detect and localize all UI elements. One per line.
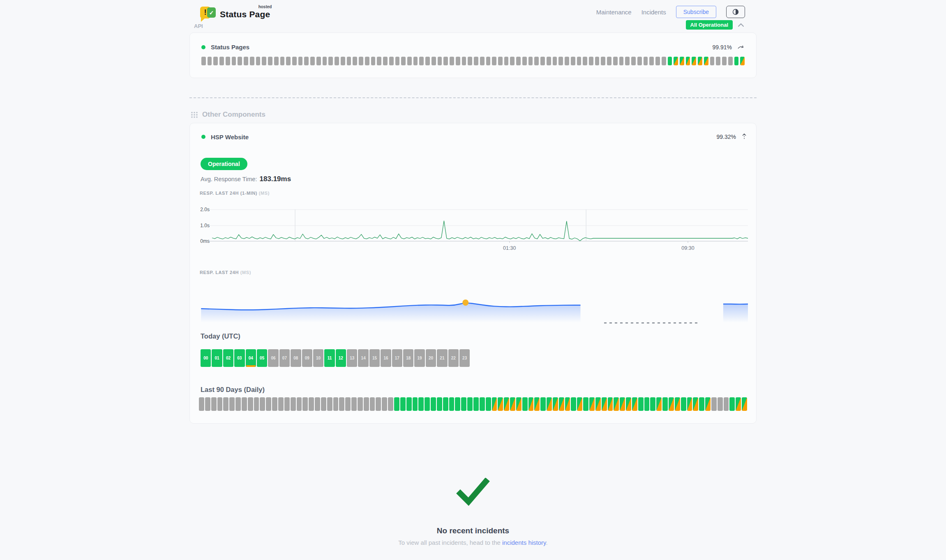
uptime-bar[interactable] — [219, 57, 224, 65]
uptime-bar[interactable] — [492, 57, 496, 65]
uptime-bar[interactable] — [268, 57, 272, 65]
hour-block[interactable]: 09 — [302, 349, 312, 367]
uptime-bar[interactable] — [316, 57, 321, 65]
uptime-bar[interactable] — [565, 57, 569, 65]
uptime-bar[interactable] — [698, 57, 702, 65]
uptime-bar[interactable] — [655, 57, 660, 65]
day-bar[interactable] — [516, 397, 521, 411]
day-bar[interactable] — [681, 397, 686, 411]
uptime-bar[interactable] — [419, 57, 424, 65]
hour-block[interactable]: 00 — [201, 349, 211, 367]
uptime-bar[interactable] — [571, 57, 575, 65]
uptime-bar[interactable] — [649, 57, 654, 65]
hour-block[interactable]: 11 — [324, 349, 335, 367]
day-bar[interactable] — [394, 397, 399, 411]
day-bar[interactable] — [669, 397, 674, 411]
day-bar[interactable] — [376, 397, 381, 411]
uptime-bar[interactable] — [431, 57, 436, 65]
day-bar[interactable] — [315, 397, 320, 411]
uptime-bar[interactable] — [704, 57, 708, 65]
hour-block[interactable]: 12 — [336, 349, 346, 367]
uptime-bar[interactable] — [534, 57, 539, 65]
day-bar[interactable] — [388, 397, 393, 411]
day-bar[interactable] — [418, 397, 424, 411]
uptime-bar[interactable] — [722, 57, 727, 65]
day-bar[interactable] — [339, 397, 344, 411]
day-bar[interactable] — [553, 397, 558, 411]
uptime-bar[interactable] — [692, 57, 696, 65]
uptime-bar[interactable] — [498, 57, 503, 65]
day-bar[interactable] — [504, 397, 509, 411]
day-bar[interactable] — [583, 397, 588, 411]
day-bar[interactable] — [644, 397, 650, 411]
hour-block[interactable]: 05 — [257, 349, 267, 367]
day-bar[interactable] — [278, 397, 284, 411]
uptime-bar[interactable] — [558, 57, 563, 65]
uptime-bar[interactable] — [589, 57, 593, 65]
day-bar[interactable] — [254, 397, 259, 411]
day-bar[interactable] — [729, 397, 735, 411]
day-bar[interactable] — [547, 397, 552, 411]
uptime-bar[interactable] — [637, 57, 642, 65]
subscribe-button[interactable]: Subscribe — [676, 6, 716, 18]
uptime-bar[interactable] — [547, 57, 551, 65]
day-bar[interactable] — [724, 397, 729, 411]
uptime-bar[interactable] — [619, 57, 624, 65]
uptime-bar[interactable] — [522, 57, 527, 65]
uptime-bar[interactable] — [468, 57, 472, 65]
uptime-bar[interactable] — [292, 57, 297, 65]
day-bar[interactable] — [467, 397, 473, 411]
hour-block[interactable]: 17 — [392, 349, 402, 367]
day-bar[interactable] — [736, 397, 741, 411]
day-bar[interactable] — [358, 397, 363, 411]
uptime-bar[interactable] — [516, 57, 521, 65]
uptime-bar[interactable] — [438, 57, 442, 65]
refresh-icon[interactable] — [737, 44, 745, 51]
uptime-bar[interactable] — [256, 57, 261, 65]
component-name[interactable]: HSP Website — [211, 134, 249, 141]
hour-block[interactable]: 07 — [279, 349, 290, 367]
day-bar[interactable] — [413, 397, 418, 411]
day-bar[interactable] — [510, 397, 515, 411]
day-bar[interactable] — [486, 397, 491, 411]
day-bar[interactable] — [406, 397, 412, 411]
hour-block[interactable]: 19 — [414, 349, 425, 367]
hour-block[interactable]: 21 — [437, 349, 447, 367]
uptime-bar[interactable] — [201, 57, 206, 65]
day-bar[interactable] — [656, 397, 662, 411]
hour-block[interactable]: 10 — [313, 349, 323, 367]
day-bar[interactable] — [742, 397, 747, 411]
nav-incidents[interactable]: Incidents — [641, 9, 666, 16]
day-bar[interactable] — [364, 397, 369, 411]
day-bar[interactable] — [229, 397, 235, 411]
day-bar[interactable] — [461, 397, 466, 411]
day-bar[interactable] — [711, 397, 717, 411]
uptime-bar[interactable] — [716, 57, 720, 65]
day-bar[interactable] — [302, 397, 308, 411]
uptime-bar[interactable] — [462, 57, 466, 65]
day-bar[interactable] — [693, 397, 698, 411]
uptime-bar[interactable] — [607, 57, 611, 65]
uptime-bar[interactable] — [425, 57, 430, 65]
uptime-bar[interactable] — [407, 57, 412, 65]
uptime-bar[interactable] — [310, 57, 315, 65]
uptime-bar[interactable] — [443, 57, 448, 65]
hour-block[interactable]: 13 — [347, 349, 357, 367]
uptime-bar[interactable] — [510, 57, 515, 65]
uptime-bar[interactable] — [395, 57, 400, 65]
uptime-bar[interactable] — [613, 57, 618, 65]
day-bar[interactable] — [540, 397, 546, 411]
uptime-bar[interactable] — [540, 57, 545, 65]
hour-block[interactable]: 16 — [381, 349, 391, 367]
uptime-bar[interactable] — [323, 57, 327, 65]
hour-block[interactable]: 04 — [246, 349, 256, 367]
uptime-bar[interactable] — [728, 57, 733, 65]
hour-block[interactable]: 22 — [448, 349, 459, 367]
uptime-bar[interactable] — [710, 57, 715, 65]
uptime-bar[interactable] — [480, 57, 485, 65]
uptime-bar[interactable] — [625, 57, 630, 65]
day-bar[interactable] — [699, 397, 704, 411]
day-bar[interactable] — [528, 397, 534, 411]
uptime-bar[interactable] — [328, 57, 333, 65]
uptime-bar[interactable] — [674, 57, 678, 65]
